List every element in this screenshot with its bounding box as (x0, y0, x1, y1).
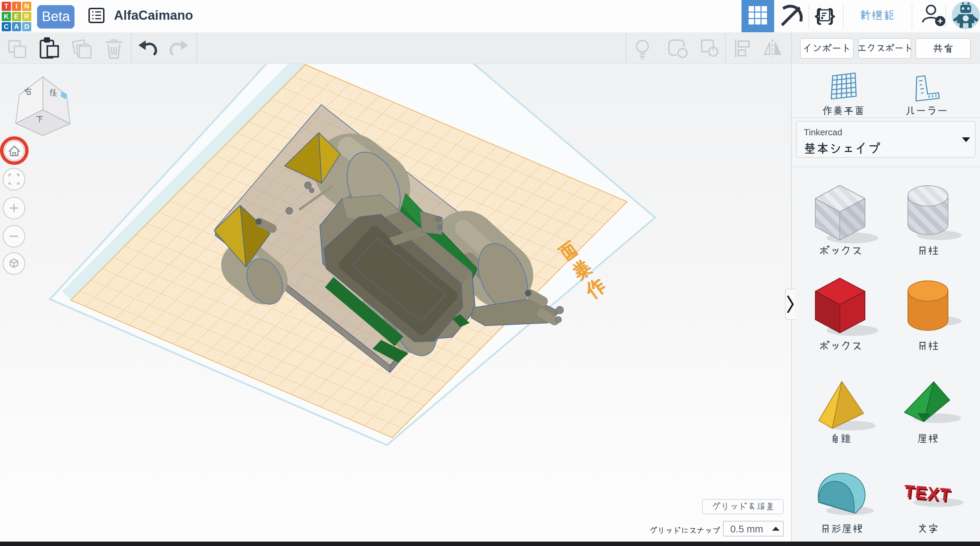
svg-text:{: { (815, 5, 821, 25)
svg-text:TEXT: TEXT (903, 481, 952, 505)
